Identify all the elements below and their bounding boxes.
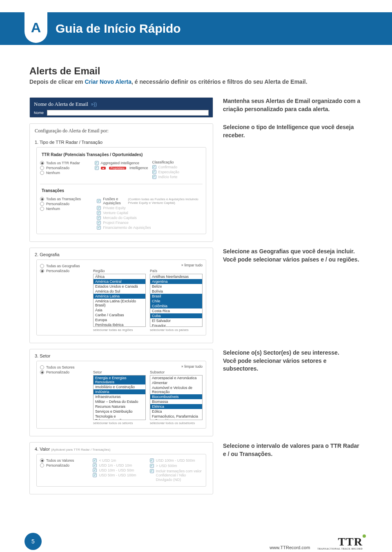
subsec-item-4[interactable]: Biomassa (150, 399, 202, 404)
chk-aggregated[interactable] (95, 161, 99, 165)
sel-all-subsectors[interactable]: selecionar todos os subsetores (150, 421, 203, 425)
region-item-7[interactable]: Caribe / Caraíbas (94, 313, 145, 317)
country-item-5[interactable]: Chile (150, 299, 202, 304)
val-label-0: Todos os Valores (46, 458, 74, 463)
col-region: Região (93, 269, 146, 273)
region-item-6[interactable]: Ásia (94, 308, 145, 313)
sector-radio-1[interactable] (40, 370, 44, 374)
chk-proprietary[interactable] (95, 166, 99, 170)
val-radio-0[interactable] (40, 458, 44, 463)
region-item-5[interactable]: América Latina (Excluído Brasil) (94, 299, 145, 308)
pill-proprietary-icon: ● (101, 167, 106, 170)
sec-item-6[interactable]: Serviços e Distribuição (94, 409, 145, 414)
clear-sector[interactable]: × limpar tudo (93, 364, 203, 369)
subsec-item-1[interactable]: Alimentar (150, 380, 202, 385)
blk5-title: 4. Valor (Aplicável para TTR Radar / Tra… (35, 447, 208, 451)
country-item-10[interactable]: Equador (150, 323, 202, 327)
sec-item-7[interactable]: Tecnologia e Telecomunicações (94, 414, 145, 420)
note-1: Mantenha seus Alertas de Email organizad… (223, 97, 363, 118)
country-item-3[interactable]: Bolívia (150, 289, 202, 294)
footer-url[interactable]: www.TTRecord.com (270, 545, 310, 550)
sec-item-4[interactable]: Militar – Defesa do Estado (94, 399, 145, 404)
geo-radio-0[interactable] (40, 264, 44, 268)
desc-post: , é necessário definir os critérios e fi… (131, 78, 307, 85)
sel-all-regions[interactable]: selecionar todas as regiões (93, 328, 146, 332)
sel-all-countries[interactable]: selecionar todos os países (150, 328, 203, 332)
topt-chk-4[interactable] (97, 221, 101, 225)
region-item-4[interactable]: América Latina (94, 294, 145, 299)
sel-all-sectors[interactable]: selecionar todos os setores (93, 421, 146, 425)
country-item-6[interactable]: Colômbia (150, 304, 202, 308)
sec-item-3[interactable]: Infraestructuras (94, 394, 145, 399)
class-chk-1[interactable] (152, 170, 156, 174)
topt-label-4: Project Finance (103, 221, 129, 225)
country-item-8[interactable]: Cuba (150, 313, 202, 318)
country-item-9[interactable]: El Salvador (150, 318, 202, 323)
blk4-title: 3. Setor (35, 353, 208, 358)
topt-chk-3[interactable] (97, 216, 101, 220)
subsec-item-0[interactable]: Aeroespacial e Aeronáutica (150, 375, 202, 380)
topt-chk-1[interactable] (97, 206, 101, 210)
class-chk-0[interactable] (152, 165, 156, 169)
topt-chk-5[interactable] (97, 226, 101, 230)
note-3b: Você pode selecionar vários países e / o… (223, 256, 363, 264)
country-item-7[interactable]: Costa Rica (150, 308, 202, 313)
valL-chk-3[interactable] (93, 473, 97, 477)
subsec-item-2[interactable]: Automóvel e Veículos de Recreação (150, 385, 202, 394)
region-item-9[interactable]: Península Ibérica (94, 322, 145, 327)
header-badge-letter: A (31, 20, 41, 36)
note-2: Selecione o tipo de Intelligence que voc… (223, 123, 363, 242)
radar-radio-1[interactable] (40, 166, 44, 170)
region-item-3[interactable]: América do Sul (94, 289, 145, 294)
topt-chk-2[interactable] (97, 211, 101, 215)
country-item-2[interactable]: Belize (150, 284, 202, 289)
country-item-1[interactable]: Argentina (150, 279, 202, 284)
subsec-item-7[interactable]: Farmacêutico, Parafarmácia e Cosmética (150, 414, 202, 420)
listbox-regions[interactable]: ÁfricaAmérica CentralEstados Unidos e Ca… (93, 274, 146, 327)
valR-chk-0[interactable] (150, 458, 154, 463)
footer: 5 www.TTRecord.com TTR TRANSACTIONAL TRA… (0, 533, 392, 552)
region-item-0[interactable]: África (94, 274, 145, 279)
topt-chk-0[interactable] (97, 199, 101, 203)
radar-radio-0[interactable] (40, 161, 44, 165)
subsec-item-5[interactable]: Elétrica (150, 404, 202, 409)
region-item-1[interactable]: América Central (94, 279, 145, 284)
subsec-item-3[interactable]: Biocombustíveis (150, 394, 202, 399)
trans-radio-0[interactable] (40, 197, 44, 201)
valR-chk-1[interactable] (150, 464, 154, 468)
valL-chk-0[interactable] (93, 458, 97, 463)
country-item-4[interactable]: Brasil (150, 294, 202, 299)
sec-item-0[interactable]: Energia e Energias Renováveis (94, 375, 145, 384)
geo-label-1: Personalizado (46, 269, 69, 273)
alert-name-input[interactable] (47, 110, 209, 116)
sec-item-2[interactable]: Indústria (94, 389, 145, 394)
listbox-subsectors[interactable]: Aeroespacial e AeronáuticaAlimentarAutom… (150, 375, 203, 420)
topt-label-1: Private Equity (103, 206, 126, 210)
trans-radio-1[interactable] (40, 202, 44, 206)
listbox-countries[interactable]: Antilhas NeerlandesasArgentinaBelizeBolí… (150, 274, 203, 327)
listbox-sectors[interactable]: Energia e Energias RenováveisImobiliário… (93, 375, 146, 420)
val-radio-1[interactable] (40, 463, 44, 467)
geo-radio-1[interactable] (40, 269, 44, 273)
country-item-0[interactable]: Antilhas Neerlandesas (150, 274, 202, 279)
class-chk-2[interactable] (152, 175, 156, 179)
panel-type: Configuração do Alerta de Email por: 1. … (29, 123, 213, 242)
subsec-item-6[interactable]: Eólica (150, 409, 202, 414)
class-label-0: Confirmado (158, 165, 178, 169)
radar-radio-2[interactable] (40, 171, 44, 175)
valR-chk-2[interactable] (150, 469, 154, 473)
desc-link[interactable]: Criar Novo Alerta (85, 78, 131, 85)
valL-chk-2[interactable] (93, 468, 97, 472)
sec-item-5[interactable]: Recursos Naturais (94, 404, 145, 409)
sector-radio-0[interactable] (40, 365, 44, 369)
blk5-title-text: 4. Valor (35, 447, 50, 451)
trans-radio-2[interactable] (40, 207, 44, 211)
valL-chk-1[interactable] (93, 463, 97, 467)
region-item-8[interactable]: Europa (94, 317, 145, 322)
clear-geo[interactable]: × limpar tudo (93, 263, 203, 267)
topt-label-2: Venture Capital (103, 211, 128, 215)
sec-item-1[interactable]: Imobiliário e Construção (94, 384, 145, 389)
valL-label-2: USD 10m - USD 50m (99, 468, 134, 472)
region-item-2[interactable]: Estados Unidos e Canadá (94, 284, 145, 289)
note-4b: Você pode selecionar vários setores e su… (223, 357, 363, 373)
